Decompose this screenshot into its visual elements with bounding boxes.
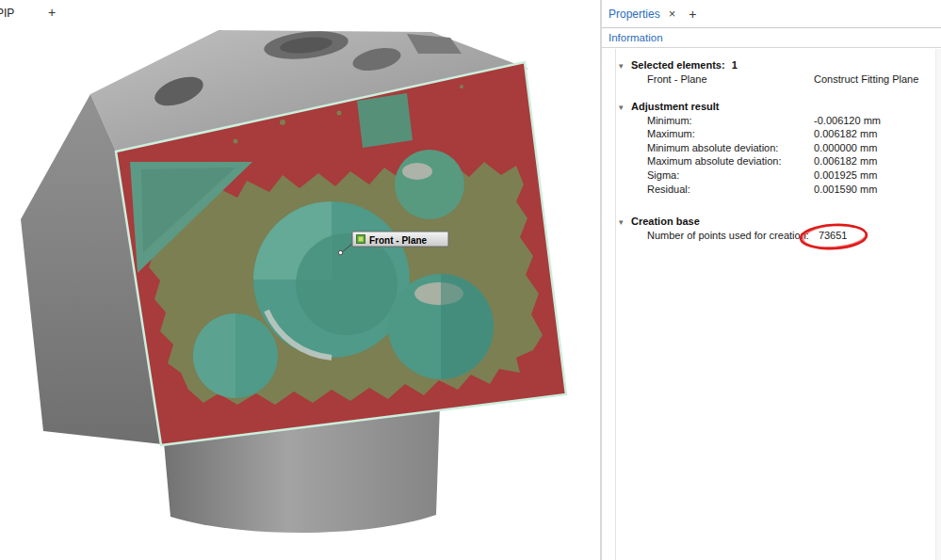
- section-header-selected-elements[interactable]: ▾ Selected elements:1: [616, 58, 935, 72]
- property-row: Maximum: 0.006182 mm: [616, 127, 935, 141]
- collapse-icon[interactable]: ▾: [619, 59, 624, 73]
- speckle: [460, 85, 463, 88]
- tab-properties[interactable]: Properties ×: [608, 8, 675, 21]
- property-row: Maximum absolute deviation: 0.006182 mm: [616, 154, 935, 168]
- selected-count: 1: [732, 59, 738, 71]
- section-header-adjustment-result[interactable]: ▾ Adjustment result: [616, 100, 935, 114]
- label-anchor-point: [338, 250, 342, 254]
- row-value: 0.006182 mm: [814, 128, 877, 139]
- plane-element-icon-inner: [359, 237, 364, 242]
- speckle: [234, 139, 238, 144]
- section-header-creation-base[interactable]: ▾ Creation base: [616, 215, 935, 229]
- section-title: Adjustment result: [631, 101, 720, 112]
- row-value: 0.006182 mm: [814, 155, 877, 167]
- plane-label-text: Front - Plane: [369, 235, 428, 246]
- row-label: Maximum:: [647, 127, 811, 141]
- information-subtab[interactable]: Information: [608, 32, 663, 43]
- teal-square-pocket: [357, 93, 413, 148]
- bore-top-right: [395, 150, 464, 219]
- collapse-icon[interactable]: ▾: [619, 216, 624, 230]
- row-label: Number of points used for creation:: [647, 229, 809, 243]
- row-value: 0.001925 mm: [814, 169, 877, 181]
- property-row: Minimum absolute deviation: 0.000000 mm: [616, 141, 935, 155]
- section-title: Selected elements:: [631, 59, 725, 71]
- section-selected-elements: ▾ Selected elements:1 Front - Plane Cons…: [616, 58, 935, 87]
- speckle: [337, 111, 342, 116]
- section-creation-base: ▾ Creation base Number of points used fo…: [616, 215, 935, 243]
- property-row: Number of points used for creation: 7365…: [616, 229, 935, 243]
- tab-properties-label: Properties: [608, 8, 660, 21]
- speckle: [280, 120, 285, 125]
- row-value: 0.000000 mm: [814, 142, 877, 153]
- panel-tabbar: Properties × +: [602, 0, 941, 28]
- row-label: Residual:: [647, 183, 811, 197]
- close-icon[interactable]: ×: [669, 8, 676, 20]
- row-label: Maximum absolute deviation:: [647, 154, 811, 168]
- bore-top-right-gray-patch: [402, 163, 432, 180]
- property-row: Front - Plane Construct Fitting Plane: [616, 72, 935, 87]
- property-row: Minimum: -0.006120 mm: [616, 114, 935, 128]
- row-value: Construct Fitting Plane: [814, 73, 918, 85]
- panel-subtabbar: Information: [602, 28, 941, 48]
- properties-content: ▾ Selected elements:1 Front - Plane Cons…: [615, 49, 935, 560]
- collapse-icon[interactable]: ▾: [619, 101, 624, 115]
- panel-scrollbar[interactable]: [935, 49, 941, 560]
- 3d-part-canvas[interactable]: Front - Plane: [0, 0, 600, 560]
- property-row: Sigma: 0.001925 mm: [616, 168, 935, 183]
- properties-panel: Properties × + Information ▾ Selected el…: [602, 0, 941, 560]
- row-label: Sigma:: [647, 168, 811, 183]
- row-label: Minimum:: [647, 114, 811, 128]
- 3d-viewport[interactable]: PIP +: [0, 0, 600, 560]
- row-label: Front - Plane: [647, 72, 811, 87]
- add-tab-button[interactable]: +: [689, 7, 696, 22]
- application-window: PIP +: [0, 0, 941, 560]
- section-title: Creation base: [631, 216, 700, 227]
- property-row: Residual: 0.001590 mm: [616, 183, 935, 197]
- section-adjustment-result: ▾ Adjustment result Minimum: -0.006120 m…: [616, 100, 935, 197]
- points-count-value: 73651: [819, 230, 848, 241]
- row-label: Minimum absolute deviation:: [647, 141, 811, 155]
- row-value: 0.001590 mm: [814, 184, 877, 195]
- row-value: -0.006120 mm: [814, 115, 881, 126]
